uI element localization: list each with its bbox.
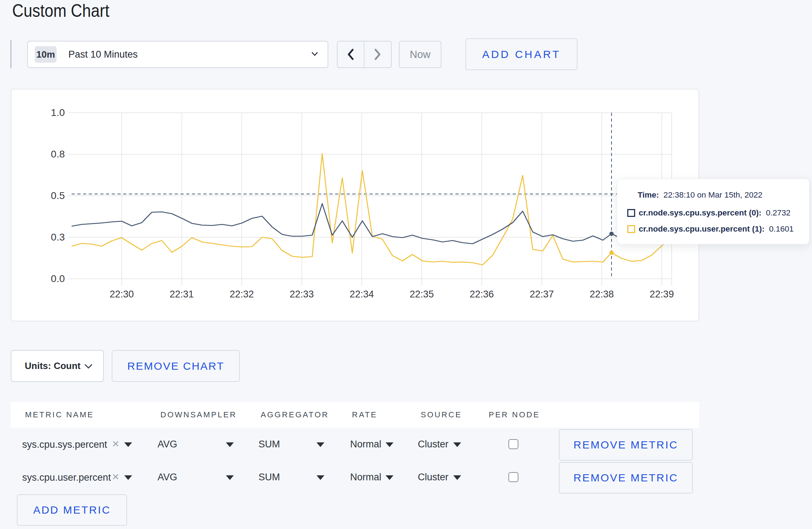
svg-text:22:33: 22:33 [290, 289, 314, 300]
svg-text:22:37: 22:37 [530, 289, 554, 300]
svg-text:0.8: 0.8 [51, 149, 65, 160]
svg-text:22:35: 22:35 [410, 289, 434, 300]
svg-text:22:36: 22:36 [470, 289, 494, 300]
svg-text:22:34: 22:34 [350, 289, 374, 300]
svg-text:0.0: 0.0 [51, 273, 65, 284]
svg-text:22:39: 22:39 [650, 289, 674, 300]
svg-text:0.5: 0.5 [51, 190, 65, 201]
svg-text:1.0: 1.0 [51, 107, 65, 118]
svg-text:22:30: 22:30 [110, 289, 134, 300]
svg-text:22:38: 22:38 [590, 289, 614, 300]
svg-text:22:32: 22:32 [229, 289, 254, 300]
svg-text:0.3: 0.3 [51, 232, 65, 243]
svg-text:22:31: 22:31 [170, 289, 194, 300]
